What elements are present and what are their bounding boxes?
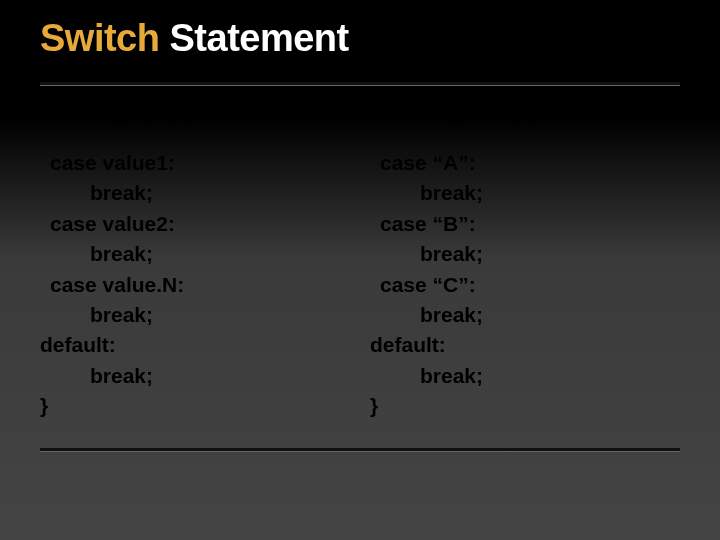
code-body-right: case “A”:break;case “B”:break;case “C”:b… <box>370 148 680 422</box>
code-line: default: <box>40 330 350 360</box>
code-line: break; <box>370 239 680 269</box>
code-line: } <box>370 391 680 421</box>
code-line: break; <box>40 361 350 391</box>
title-word-1: Switch <box>40 17 159 59</box>
column-left: switch (expr) { case value1:break;case v… <box>40 100 350 422</box>
divider-bottom <box>40 448 680 452</box>
code-line: break; <box>370 178 680 208</box>
code-body-left: case value1:break;case value2:break;case… <box>40 148 350 422</box>
code-line: case “A”: <box>370 148 680 178</box>
code-line: default: <box>370 330 680 360</box>
code-line: case value1: <box>40 148 350 178</box>
code-line: case “B”: <box>370 209 680 239</box>
columns: switch (expr) { case value1:break;case v… <box>40 100 680 422</box>
code-line: case “C”: <box>370 270 680 300</box>
code-line: case value2: <box>40 209 350 239</box>
code-line: break; <box>40 178 350 208</box>
code-line: break; <box>370 361 680 391</box>
code-line: break; <box>40 239 350 269</box>
code-header-left: switch (expr) { <box>40 100 350 126</box>
slide: Switch Statement switch (expr) { case va… <box>0 0 720 540</box>
slide-title: Switch Statement <box>40 18 680 60</box>
code-line: case value.N: <box>40 270 350 300</box>
code-header-right: switch (grade) { <box>370 100 680 126</box>
divider-top <box>40 82 680 86</box>
code-line: break; <box>40 300 350 330</box>
code-line: break; <box>370 300 680 330</box>
code-line: } <box>40 391 350 421</box>
column-right: switch (grade) { case “A”:break;case “B”… <box>370 100 680 422</box>
title-word-2: Statement <box>159 17 348 59</box>
